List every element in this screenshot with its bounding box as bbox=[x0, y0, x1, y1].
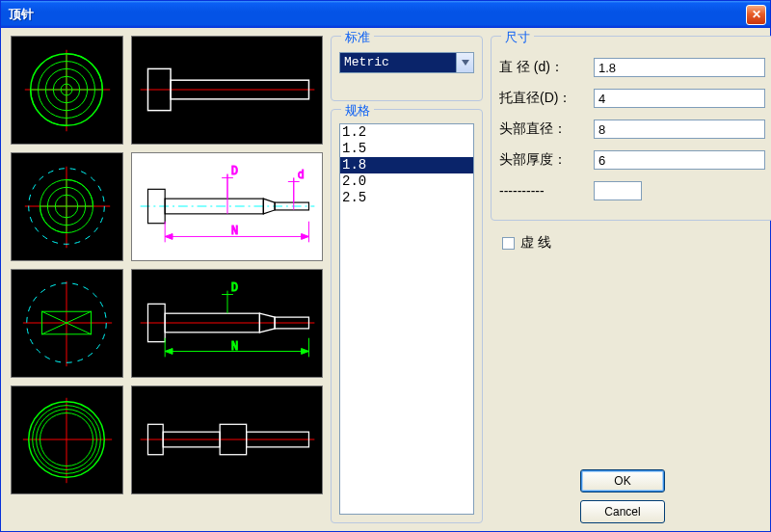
dimensions-group-title: 尺寸 bbox=[501, 29, 534, 46]
preview-type-2-end[interactable] bbox=[11, 152, 123, 261]
input-extra[interactable] bbox=[594, 181, 642, 200]
input-shoulder[interactable] bbox=[594, 89, 765, 108]
preview-grid: D d N bbox=[11, 36, 323, 523]
spec-option[interactable]: 1.2 bbox=[340, 124, 473, 141]
preview-type-2-side[interactable]: D d N bbox=[131, 152, 323, 261]
spec-listbox[interactable]: 1.21.51.82.02.5 bbox=[339, 123, 474, 515]
spec-group-title: 规格 bbox=[341, 102, 374, 120]
window-title: 顶针 bbox=[9, 6, 34, 23]
close-icon: ✕ bbox=[752, 8, 761, 21]
cancel-button[interactable]: Cancel bbox=[580, 500, 665, 523]
client-area: D d N bbox=[1, 28, 770, 531]
svg-marker-33 bbox=[302, 233, 309, 239]
input-head-dia[interactable] bbox=[594, 120, 765, 139]
close-button[interactable]: ✕ bbox=[746, 5, 766, 25]
preview-type-1-end[interactable] bbox=[11, 36, 123, 145]
dim-row-shoulder: 托直径(D)： bbox=[499, 89, 765, 108]
preview-type-3-end[interactable] bbox=[11, 269, 123, 378]
dim-row-extra: ---------- bbox=[499, 181, 765, 200]
spec-group: 规格 1.21.51.82.02.5 bbox=[331, 109, 483, 523]
label-head-thk: 头部厚度： bbox=[499, 151, 588, 169]
titlebar[interactable]: 顶针 ✕ bbox=[1, 1, 770, 28]
dimensions-group: 尺寸 直 径 (d)： 托直径(D)： 头部直径： 头部厚度： bbox=[491, 36, 771, 221]
label-extra: ---------- bbox=[499, 183, 588, 199]
button-row: OK Cancel bbox=[491, 469, 771, 523]
dashed-label: 虚 线 bbox=[520, 234, 551, 252]
dropdown-arrow-icon bbox=[456, 53, 473, 72]
ok-button[interactable]: OK bbox=[580, 469, 665, 492]
svg-marker-52 bbox=[165, 349, 173, 355]
svg-marker-32 bbox=[165, 233, 173, 239]
svg-text:D: D bbox=[231, 164, 238, 177]
preview-type-1-side[interactable] bbox=[131, 36, 323, 145]
spec-option[interactable]: 1.5 bbox=[340, 141, 473, 157]
input-head-thk[interactable] bbox=[594, 150, 765, 170]
standard-group-title: 标准 bbox=[341, 29, 374, 46]
svg-text:N: N bbox=[231, 224, 238, 237]
dashed-row: 虚 线 bbox=[498, 230, 771, 255]
label-head-dia: 头部直径： bbox=[499, 120, 588, 138]
dim-row-diameter: 直 径 (d)： bbox=[499, 58, 765, 77]
right-column: 尺寸 直 径 (d)： 托直径(D)： 头部直径： 头部厚度： bbox=[491, 36, 771, 523]
label-shoulder: 托直径(D)： bbox=[499, 90, 588, 107]
preview-type-4-side[interactable] bbox=[131, 386, 323, 494]
svg-text:d: d bbox=[298, 168, 305, 181]
dashed-checkbox[interactable] bbox=[502, 237, 515, 250]
svg-marker-66 bbox=[462, 60, 469, 66]
middle-column: 标准 Metric 规格 1.21.51.82.02.5 bbox=[331, 36, 483, 523]
spec-option[interactable]: 2.5 bbox=[340, 190, 473, 206]
dialog-window: 顶针 ✕ bbox=[0, 0, 771, 532]
preview-type-3-side[interactable]: D N bbox=[131, 269, 323, 378]
standard-group: 标准 Metric bbox=[331, 36, 483, 101]
preview-type-4-end[interactable] bbox=[11, 386, 123, 494]
spec-option[interactable]: 2.0 bbox=[340, 173, 473, 190]
spec-option[interactable]: 1.8 bbox=[340, 157, 473, 173]
svg-text:D: D bbox=[231, 280, 238, 294]
standard-combo[interactable]: Metric bbox=[339, 52, 474, 73]
dim-row-head-dia: 头部直径： bbox=[499, 120, 765, 139]
dim-row-head-thk: 头部厚度： bbox=[499, 150, 765, 170]
input-diameter[interactable] bbox=[594, 58, 765, 77]
standard-combo-value: Metric bbox=[340, 53, 456, 72]
svg-text:N: N bbox=[231, 339, 238, 353]
svg-marker-53 bbox=[302, 349, 309, 355]
label-diameter: 直 径 (d)： bbox=[499, 59, 588, 76]
